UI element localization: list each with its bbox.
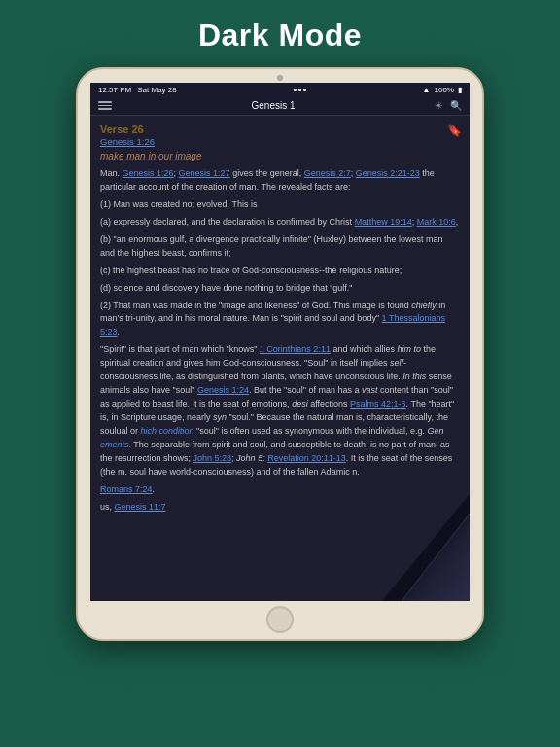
link-psalms[interactable]: Psalms 42:1-6 <box>350 399 406 409</box>
paragraph-7: (2) That man was made in the "image and … <box>100 300 460 340</box>
link-gen117[interactable]: Genesis 11:7 <box>115 502 166 512</box>
status-center <box>294 89 306 91</box>
paragraph-1: Man. Genesis 1:26; Genesis 1:27 gives th… <box>100 167 460 195</box>
tablet-frame: 12:57 PM Sat May 28 ▲ 100% ▮ <box>76 67 484 641</box>
menu-button[interactable] <box>98 101 112 110</box>
paragraph-9: Romans 7:24. <box>100 483 460 497</box>
link-thess[interactable]: 1 Thessalonians 5:23 <box>100 313 445 337</box>
paragraph-10: us, Genesis 11:7 <box>100 501 460 515</box>
svg-marker-1 <box>402 514 470 601</box>
content-body: Man. Genesis 1:26; Genesis 1:27 gives th… <box>100 167 460 515</box>
paragraph-2: (1) Man was created not evolved. This is <box>100 198 460 212</box>
battery-icon: ▮ <box>458 86 462 94</box>
header-title: Genesis 1 <box>112 100 435 111</box>
paragraph-4: (b) "an enormous gulf, a divergence prac… <box>100 233 460 261</box>
link-mark[interactable]: Mark 10:6 <box>417 217 456 227</box>
link-john528[interactable]: John 5:28 <box>193 453 232 463</box>
paragraph-5: (c) the highest beast has no trace of Go… <box>100 265 460 278</box>
link-gen126[interactable]: Genesis 1:26 <box>122 168 174 178</box>
link-gen221[interactable]: Genesis 2:21-23 <box>356 168 420 178</box>
home-button[interactable] <box>266 606 294 633</box>
battery-text: 100% <box>435 86 454 94</box>
verse-heading: make man in our image <box>100 151 460 161</box>
verse-number: Verse 26 <box>100 124 460 135</box>
link-matt[interactable]: Matthew 19:14 <box>355 217 412 227</box>
link-rev[interactable]: Revelation 20:11-13 <box>267 453 346 463</box>
bookmark-icon[interactable]: 🔖 <box>447 124 462 137</box>
tablet-camera <box>277 75 283 81</box>
app-header: Genesis 1 ✳ 🔍 <box>90 96 470 116</box>
link-gen127[interactable]: Genesis 1:27 <box>179 168 230 178</box>
status-time: 12:57 PM <box>98 86 131 94</box>
svg-line-2 <box>402 514 470 601</box>
search-icon[interactable]: 🔍 <box>450 100 462 111</box>
link-gen27[interactable]: Genesis 2:7 <box>304 168 351 178</box>
paragraph-3: (a) expressly declared, and the declarat… <box>100 216 460 230</box>
status-right: ▲ 100% ▮ <box>423 86 462 94</box>
status-day: Sat May 28 <box>137 86 176 94</box>
status-left: 12:57 PM Sat May 28 <box>98 86 177 94</box>
link-romans[interactable]: Romans 7:24 <box>100 484 153 494</box>
link-gen124[interactable]: Genesis 1:24 <box>197 385 249 395</box>
wifi-icon: ▲ <box>423 86 431 94</box>
header-left <box>98 101 112 110</box>
content-area: 🔖 Verse 26 Genesis 1:26 make man in our … <box>90 116 470 601</box>
paragraph-8: "Spirit" is that part of man which "know… <box>100 343 460 479</box>
verse-reference[interactable]: Genesis 1:26 <box>100 136 460 147</box>
settings-icon[interactable]: ✳ <box>435 100 442 111</box>
tablet-screen: 12:57 PM Sat May 28 ▲ 100% ▮ <box>90 83 470 601</box>
page-title: Dark Mode <box>198 18 362 53</box>
link-cor[interactable]: 1 Corinthians 2:11 <box>260 344 331 354</box>
status-bar: 12:57 PM Sat May 28 ▲ 100% ▮ <box>90 83 470 96</box>
paragraph-6: (d) science and discovery have done noth… <box>100 282 460 296</box>
header-right: ✳ 🔍 <box>435 100 462 111</box>
